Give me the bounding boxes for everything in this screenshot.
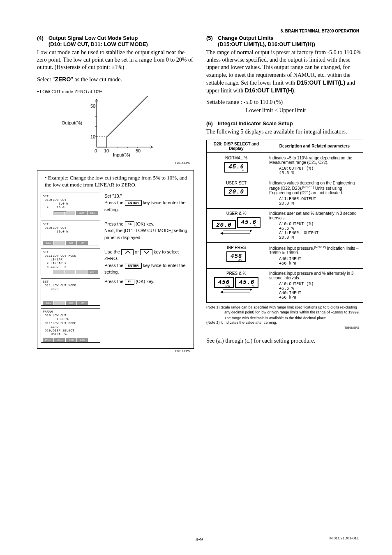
doc-number: IM 01C21D01-01E: [328, 536, 359, 543]
btn-blank[interactable]: [54, 301, 65, 305]
key-up[interactable]: [121, 249, 134, 255]
settable-range-2: Lower limit < Upper limit: [246, 107, 363, 114]
screen-5: PARAM D10:LOW CUT 10.0 % D11:LOW CUT MOD…: [41, 308, 100, 343]
heading-5: (5) Change Output Limits (D15:OUT LIMIT(…: [206, 35, 363, 47]
page-header: 8. BRAIN TERMINAL BT200 OPERATION: [281, 29, 359, 33]
example-title: • Example: Change the low cut setting ra…: [45, 175, 190, 189]
left-column: (4) Output Signal Low Cut Mode Setup (D1…: [37, 35, 194, 352]
btn-esc[interactable]: ESC: [77, 338, 88, 342]
param-line: A11:ENGR.OUTPUT: [279, 197, 360, 201]
heading-4-title: Output Signal Low Cut Mode Setup (D10: L…: [48, 35, 194, 47]
param-line: A11:ENGR. OUTPUT: [279, 231, 360, 235]
btn-blank[interactable]: [76, 270, 87, 274]
table-row: NORMAL % 45.6% Indicates –5 to 110% rang…: [207, 153, 363, 178]
d15-keyword: D15:OUT LIMIT(L): [297, 79, 345, 86]
para-6: The following 5 displays are available f…: [206, 128, 363, 136]
lcd-display: 456kPa: [214, 277, 234, 288]
mode-name: USER & %: [210, 211, 263, 216]
instr-4: Press the F4 (OK) key.: [104, 278, 190, 285]
step-1: SET D10:LOW CUT 5.0 % + 10.0 CLR ESC Set…: [41, 193, 190, 218]
btn-no[interactable]: NO: [66, 301, 76, 305]
btn-diag[interactable]: DIAG: [54, 338, 65, 342]
btn-ok[interactable]: OK: [77, 241, 88, 245]
mode-desc: Indicates user set and % alternately in …: [269, 211, 360, 220]
alternate-arrows-icon: [210, 288, 263, 294]
param-line: A40:INPUT: [279, 291, 360, 295]
eps-ref-2: F0817.EPS: [37, 350, 194, 352]
d16-keyword: D16:OUT LIMIT(H): [245, 87, 294, 94]
svg-text:Output(%): Output(%): [62, 120, 82, 125]
svg-text:50: 50: [90, 104, 95, 108]
btn-data[interactable]: DATA: [43, 338, 53, 342]
alternate-arrows-icon: [210, 229, 263, 235]
key-f4[interactable]: F4: [125, 221, 134, 227]
btn-blank[interactable]: [65, 270, 75, 274]
note-ref: (Note 1): [302, 185, 314, 189]
note-ref: (Note 2): [314, 245, 326, 249]
table-row: USER & % 20.0 45.6% Indicates user set a…: [207, 209, 363, 243]
btn-esc[interactable]: ESC: [88, 211, 98, 215]
svg-marker-18: [250, 230, 252, 232]
lcd-display: 456kPa: [226, 251, 246, 262]
param-line: 45.6 %: [279, 226, 360, 231]
btn-blank[interactable]: [65, 211, 75, 215]
th-desc: Description and Related parameters: [266, 140, 363, 153]
btn-feed[interactable]: FEED: [43, 301, 53, 305]
btn-no[interactable]: NO: [66, 241, 76, 245]
note-1b: The range with decimals is available to …: [206, 316, 363, 321]
lcd-display: 45.6%: [224, 162, 248, 173]
instr-2: Press the F4 (OK) key. Next, the [D11: L…: [104, 221, 190, 241]
param-line: A10:OUTPUT (%): [279, 222, 360, 226]
example-box: • Example: Change the low cut setting ra…: [37, 170, 194, 349]
param-line: 45.6 %: [279, 171, 360, 175]
mode-desc: Indicates input pressure and % alternate…: [269, 271, 360, 280]
svg-text:50: 50: [136, 148, 141, 153]
step-3: SET D11:LOW CUT MODE LINEAR < LINEAR > <…: [41, 249, 190, 276]
btn-blank[interactable]: [53, 270, 64, 274]
heading-5-title: Change Output Limits (D15:OUT LIMIT(L), …: [218, 35, 363, 47]
instr-1: Set "10." Press the ENTER key twice to e…: [104, 193, 190, 213]
screen-1: SET D10:LOW CUT 5.0 % + 10.0 CLR ESC: [41, 193, 100, 218]
svg-text:0: 0: [95, 148, 97, 153]
table-notes: (Note 1) Scale range can be specified wi…: [206, 305, 363, 325]
param-line: 456 kPa: [279, 295, 360, 300]
btn-esc[interactable]: ESC: [88, 270, 98, 274]
display-modes-table: D20: DISP SELECT and Display Description…: [206, 140, 363, 303]
lcd-display: 20.0: [224, 187, 248, 196]
lcd-display: 45.6%: [237, 217, 261, 228]
mode-name: PRES & %: [210, 271, 263, 276]
btn-blank[interactable]: [54, 241, 65, 245]
settable-range: Settable range : -5.0 to 110.0 (%): [206, 99, 363, 106]
heading-4: (4) Output Signal Low Cut Mode Setup (D1…: [37, 35, 194, 47]
heading-4-line2: (D10: LOW CUT, D11: LOW CUT MODE): [48, 41, 148, 47]
btn-feed[interactable]: FEED: [43, 241, 53, 245]
heading-4-line1: Output Signal Low Cut Mode Setup: [48, 35, 138, 41]
screen-3: SET D11:LOW CUT MODE LINEAR < LINEAR > <…: [41, 249, 100, 276]
param-line: A10:OUTPUT (%): [279, 166, 360, 171]
key-f4[interactable]: F4: [125, 279, 134, 285]
chart-caption: LOW CUT mode ZERO at 10%: [37, 89, 194, 94]
btn-ok[interactable]: OK: [77, 301, 88, 305]
key-enter[interactable]: ENTER: [125, 263, 142, 269]
param-line: 20.0 M: [279, 235, 360, 240]
lcd-display: 45.6%: [235, 277, 259, 288]
param-line: A10:OUTPUT (%): [279, 282, 360, 286]
param-line: 456 kPa: [279, 261, 360, 266]
mode-desc: Indicates –5 to 110% range depending on …: [269, 156, 360, 165]
table-row: PRES & % 456kPa 45.6% Indicates input pr…: [207, 269, 363, 303]
zero-keyword: ZERO: [55, 76, 71, 83]
right-column: (5) Change Output Limits (D15:OUT LIMIT(…: [206, 35, 363, 352]
see-ref: See (a.) through (c.) for each setting p…: [206, 337, 363, 345]
eps-ref-3: T0808.EPS: [206, 326, 363, 329]
note-2: (Note 2) It indicates the value after ze…: [206, 320, 363, 325]
key-enter[interactable]: ENTER: [125, 200, 142, 206]
screen-4: SET D11:LOW CUT MODE ZERO FEED NO OK: [41, 278, 100, 306]
param-line: 45.6 %: [279, 286, 360, 291]
lcd-display: 20.0: [212, 220, 236, 229]
param-line: 20.0 M: [279, 201, 360, 206]
svg-text:10: 10: [90, 134, 95, 139]
svg-marker-20: [250, 288, 252, 291]
btn-clr[interactable]: CLR: [76, 211, 87, 215]
key-down[interactable]: [140, 249, 152, 255]
btn-prnt[interactable]: PRNT: [66, 338, 76, 342]
